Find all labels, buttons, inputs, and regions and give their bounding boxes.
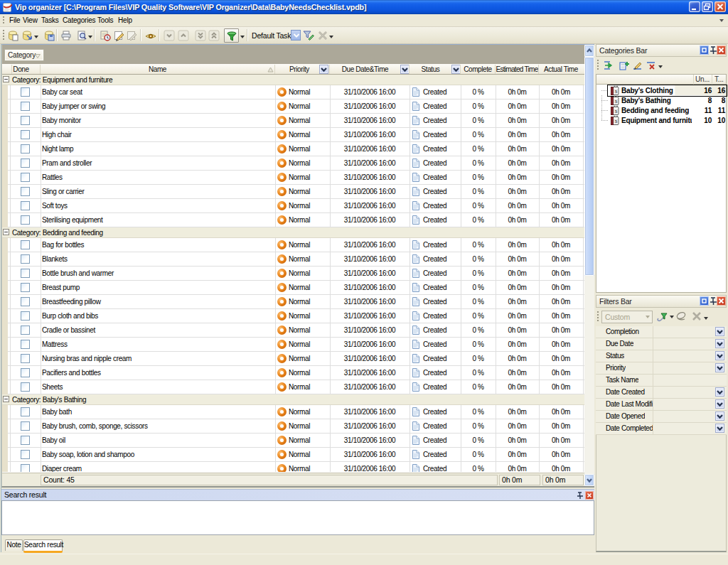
svg-text:5: 5: [615, 109, 617, 114]
svg-text:5: 5: [615, 99, 617, 104]
svg-text:5: 5: [615, 90, 617, 94]
svg-text:5: 5: [615, 119, 617, 124]
